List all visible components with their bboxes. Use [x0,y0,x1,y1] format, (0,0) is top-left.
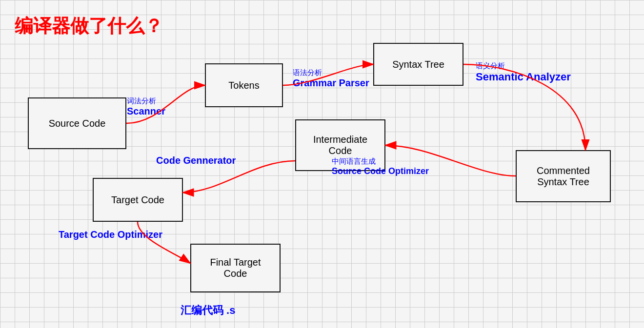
intermediate-gen-en: Source Code Optimizer [332,166,429,176]
asm-en: 汇编代码 .s [181,304,235,316]
page-title: 编译器做了什么？ [15,14,163,39]
syntax-tree-box: Syntax Tree [373,43,463,86]
final-target-code-box: Final Target Code [190,244,281,292]
final-target-code-label: Final Target Code [210,257,261,279]
grammar-en: Grammar Parser [293,77,369,89]
intermediate-gen-zh: 中间语言生成 [332,157,429,166]
asm-label: 汇编代码 .s [181,303,235,318]
target-opt-en: Target Code Optimizer [59,229,162,240]
source-code-box: Source Code [28,97,126,149]
intermediate-code-label: Intermediate Code [313,134,367,156]
commented-syntax-tree-label: Commented Syntax Tree [537,165,590,188]
semantic-analyzer-label: 语义分析 Semantic Analyzer [476,61,571,83]
commented-syntax-tree-box: Commented Syntax Tree [516,150,611,202]
code-gen-en: Code Gennerator [156,155,236,166]
intermediate-gen-label: 中间语言生成 Source Code Optimizer [332,157,429,176]
semantic-en: Semantic Analyzer [476,71,571,83]
source-code-label: Source Code [49,118,106,129]
tokens-box: Tokens [205,63,283,107]
target-code-label: Target Code [111,194,164,206]
scanner-en: Scanner [127,106,165,117]
code-generator-label: Code Gennerator [156,155,236,166]
target-code-box: Target Code [93,178,183,222]
tokens-label: Tokens [228,80,259,91]
scanner-zh: 词法分析 [127,96,165,106]
semantic-zh: 语义分析 [476,61,571,71]
grammar-parser-label: 语法分析 Grammar Parser [293,68,369,89]
scanner-label: 词法分析 Scanner [127,96,165,117]
grammar-zh: 语法分析 [293,68,369,77]
target-code-optimizer-label: Target Code Optimizer [59,229,162,240]
syntax-tree-label: Syntax Tree [392,59,444,70]
